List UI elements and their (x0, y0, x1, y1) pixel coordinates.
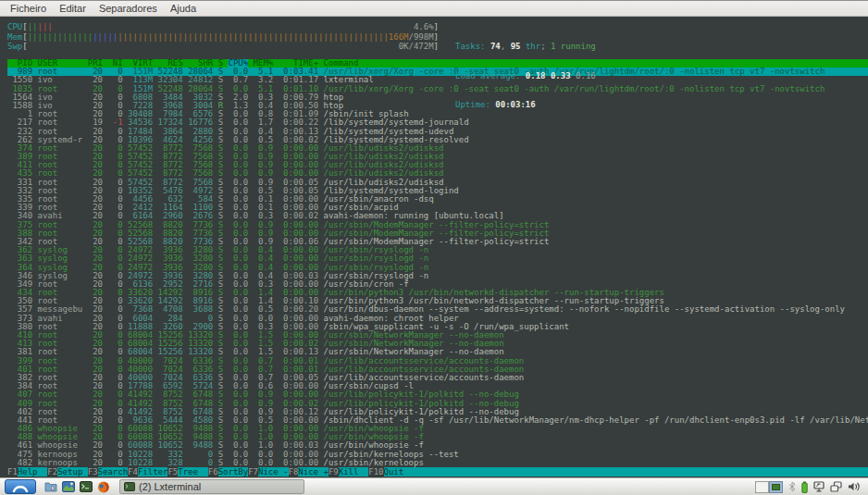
process-row[interactable]: 374 root 20 0 57452 8772 7568 S 0.0 0.9 … (7, 144, 868, 153)
process-row[interactable]: 488 whoopsie 20 0 60088 10652 9488 S 0.0… (7, 433, 868, 441)
menu-ajuda[interactable]: Ajuda (164, 1, 203, 16)
firefox-launcher[interactable] (95, 479, 111, 494)
load-average: Load average: 0.18 0.33 0.16 (455, 71, 596, 81)
fnkey-F5[interactable]: F5Tree (167, 467, 207, 476)
process-table: PID USER PRI NI VIRT RES SHR S CPU% MEM%… (7, 59, 868, 467)
fnbar-filler (403, 467, 868, 476)
menu-editar[interactable]: Editar (53, 1, 93, 16)
process-row[interactable]: 402 root 20 0 41492 8752 6748 S 0.0 0.9 … (7, 408, 868, 416)
file-manager-launcher[interactable] (43, 479, 58, 494)
terminal-launcher[interactable] (78, 479, 93, 494)
process-row[interactable]: 381 root 20 0 68004 15256 13320 S 0.0 1.… (7, 348, 868, 356)
process-row[interactable]: 461 whoopsie 20 0 60088 10652 9488 S 0.0… (7, 441, 868, 450)
fnkey-F9[interactable]: F9Kill (329, 467, 368, 476)
pager-window-thumb (772, 484, 780, 490)
fnkey-F7[interactable]: F7Nice - (248, 467, 288, 476)
process-row[interactable]: 350 root 20 0 33620 14292 8916 S 0.0 1.4… (7, 297, 868, 305)
process-row[interactable]: 373 avahi 20 0 6004 284 0 S 0.0 0.0 0:00… (7, 315, 868, 323)
process-row[interactable]: 382 root 20 0 40000 7024 6336 S 0.0 0.7 … (7, 374, 868, 382)
process-row[interactable]: 388 root 20 0 52568 8820 7736 S 0.0 0.9 … (7, 229, 868, 238)
taskbar: (2) Lxterminal (0, 477, 868, 495)
file-manager-icon (44, 481, 57, 492)
process-row[interactable]: 357 messagebu 20 0 7368 4708 3688 S 0.0 … (7, 305, 868, 314)
fnkey-F1[interactable]: F1Help (7, 467, 47, 476)
process-row[interactable]: 389 root 20 0 57452 8772 7568 S 0.0 0.9 … (7, 153, 868, 161)
process-row[interactable]: 1588 ivo 20 0 7228 3968 3004 R 1.3 0.4 0… (7, 102, 868, 110)
swap-meter: Swp[0K/472M] (7, 42, 439, 52)
function-key-bar: F1Help F2Setup F3SearchF4FilterF5Tree F6… (0, 467, 868, 476)
task-button-lxterminal[interactable]: (2) Lxterminal (119, 479, 304, 494)
pager-desktop-2[interactable] (769, 481, 783, 493)
process-row[interactable]: 384 root 20 0 17788 6592 5724 S 0.0 0.6 … (7, 382, 868, 390)
lxterminal-window: Ficheiro Editar Separadores Ajuda CPU[||… (0, 0, 868, 495)
bluetooth-tray[interactable] (788, 481, 796, 492)
process-row[interactable]: 331 root 20 0 57452 8772 7568 S 0.0 0.9 … (7, 179, 868, 187)
menu-ficheiro[interactable]: Ficheiro (4, 1, 53, 16)
terminal-menubar: Ficheiro Editar Separadores Ajuda (0, 0, 868, 17)
terminal-icon (124, 482, 135, 491)
htop-meters: CPU[|||||4.6%] Mem[|||||||||||||||||||||… (7, 22, 868, 52)
htop-terminal[interactable]: CPU[|||||4.6%] Mem[|||||||||||||||||||||… (0, 17, 868, 477)
menu-separadores[interactable]: Separadores (93, 1, 164, 16)
fnkey-F4[interactable]: F4Filter (128, 467, 167, 476)
process-row[interactable]: 475 kernoops 20 0 10228 332 0 S 0.0 0.0 … (7, 451, 868, 459)
fnkey-F3[interactable]: F3Search (88, 467, 128, 476)
battery-tray[interactable] (801, 481, 808, 493)
process-row[interactable]: 435 root 20 0 57452 8772 7568 S 0.0 0.9 … (7, 169, 868, 178)
process-row[interactable]: 409 root 20 0 41492 8752 6748 S 0.0 0.9 … (7, 400, 868, 408)
table-header[interactable]: PID USER PRI NI VIRT RES SHR S CPU% MEM%… (7, 59, 868, 68)
cpu-meter: CPU[|||||4.6%] (7, 22, 439, 32)
process-row[interactable]: 989 root 20 0 151M 52248 28064 S 0.0 5.1… (7, 68, 868, 76)
fnkey-F10[interactable]: F10Quit (368, 467, 403, 476)
desktop-pager[interactable] (755, 481, 783, 493)
window-switcher-tray[interactable] (830, 481, 842, 492)
process-row[interactable]: 342 root 20 0 52568 8820 7736 S 0.0 0.9 … (7, 238, 868, 246)
process-row[interactable]: 335 root 20 0 4456 632 584 S 0.0 0.1 0:0… (7, 195, 868, 204)
process-row[interactable]: 346 syslog 20 0 24972 3936 3280 S 0.0 0.… (7, 272, 868, 280)
network-tray[interactable] (813, 481, 825, 492)
process-row[interactable]: 375 root 20 0 52568 8820 7736 S 0.0 0.9 … (7, 221, 868, 229)
menu-icon (11, 481, 30, 492)
process-row[interactable]: 407 root 20 0 41492 8752 6748 S 0.0 0.9 … (7, 390, 868, 399)
process-row[interactable]: 401 root 20 0 40000 7024 6336 S 0.0 0.7 … (7, 365, 868, 374)
app-menu-button[interactable] (5, 479, 36, 494)
system-tray (755, 481, 863, 493)
process-row[interactable]: 1550 ivo 20 0 113M 32304 24812 S 0.7 3.2… (7, 76, 868, 84)
process-row[interactable]: 217 root 19 -1 34536 17324 16776 S 0.0 1… (7, 118, 868, 127)
firefox-icon (97, 481, 110, 493)
memory-meter: Mem[||||||||||||||||||||||||||||||||||||… (7, 32, 439, 43)
bluetooth-icon (788, 481, 796, 492)
fnkey-F8[interactable]: F8Nice + (289, 467, 329, 476)
volume-tray[interactable] (848, 481, 861, 492)
battery-icon (801, 481, 808, 493)
process-row[interactable]: 339 root 20 0 2412 1164 1100 S 0.0 0.1 0… (7, 204, 868, 212)
desktop-launcher[interactable] (60, 479, 76, 494)
process-row[interactable]: 486 whoopsie 20 0 60088 10652 9488 S 0.0… (7, 425, 868, 433)
network-icon (813, 481, 825, 492)
process-row[interactable]: 482 kernoops 20 0 10228 328 0 S 0.0 0.0 … (7, 459, 868, 467)
volume-icon (848, 481, 861, 492)
process-row[interactable]: 399 root 20 0 40000 7024 6336 S 0.0 0.7 … (7, 357, 868, 365)
fnkey-F2[interactable]: F2Setup (47, 467, 87, 476)
desktop-icon (62, 481, 75, 492)
process-row[interactable]: 380 root 20 0 11888 3260 2900 S 0.0 0.3 … (7, 323, 868, 331)
process-row[interactable]: 364 syslog 20 0 24972 3936 3280 S 0.0 0.… (7, 264, 868, 272)
process-row[interactable]: 262 systemd-r 20 0 10396 4624 4256 S 0.0… (7, 136, 868, 144)
process-row[interactable]: 340 avahi 20 0 6164 2960 2676 S 0.0 0.3 … (7, 212, 868, 220)
process-row[interactable]: 434 root 20 0 33620 14292 8916 S 0.0 1.4… (7, 289, 868, 297)
pager-desktop-1[interactable] (755, 481, 769, 493)
process-row[interactable]: 413 root 20 0 68004 15256 13320 S 0.0 1.… (7, 340, 868, 348)
process-row[interactable]: 363 syslog 20 0 24972 3936 3280 S 0.0 0.… (7, 254, 868, 263)
fnkey-F6[interactable]: F6SortBy (208, 467, 248, 476)
process-row[interactable]: 232 root 20 0 17484 3864 2880 S 0.0 0.4 … (7, 128, 868, 136)
process-row[interactable]: 332 root 20 0 10352 5476 4972 S 0.0 0.5 … (7, 187, 868, 195)
process-row[interactable]: 1035 root 20 0 151M 52248 28064 S 0.0 5.… (7, 85, 868, 93)
process-row[interactable]: 410 root 20 0 68004 15256 13320 S 0.0 1.… (7, 331, 868, 340)
process-row[interactable]: 411 root 20 0 57452 8772 7568 S 0.0 0.9 … (7, 161, 868, 169)
terminal-icon (80, 481, 93, 492)
process-row[interactable]: 441 root 20 0 9636 5444 4580 S 0.0 0.5 0… (7, 416, 868, 425)
process-row[interactable]: 1564 ivo 20 0 6808 3484 3032 S 2.0 0.3 0… (7, 93, 868, 102)
process-row[interactable]: 1 root 20 0 30408 7984 6576 S 0.0 0.8 0:… (7, 110, 868, 118)
process-row[interactable]: 362 syslog 20 0 24972 3936 3280 S 0.0 0.… (7, 246, 868, 254)
process-row[interactable]: 349 root 20 0 6136 2952 2716 S 0.0 0.3 0… (7, 280, 868, 289)
